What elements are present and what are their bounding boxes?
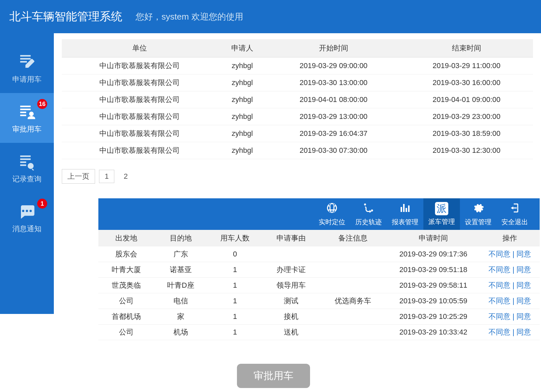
reject-link[interactable]: 不同意 [488,297,510,305]
cell: 优选商务车 [319,293,387,309]
cell: 2019-04-01 09:00:00 [400,91,533,108]
cell: 中山市歌慕服装有限公司 [62,142,218,159]
cell: 公司 [98,325,154,340]
sidebar-item-label: 记录查询 [12,174,42,184]
sidebar-item-1[interactable]: 审批用车16 [0,93,54,143]
cell: 1 [207,325,263,340]
welcome-text: 您好，system 欢迎您的使用 [136,11,243,23]
cell: 世茂奥临 [98,278,154,293]
app-title: 北斗车辆智能管理系统 [9,9,122,24]
sidebar-item-label: 审批用车 [12,124,42,134]
cell: 2019-03-29 11:00:00 [400,57,533,74]
gear-icon [472,202,484,218]
cell: 股东会 [98,246,154,262]
sidebar-item-label: 消息通知 [12,224,42,234]
cell: 2019-03-30 07:30:00 [267,142,400,159]
cell: 电信 [154,293,207,309]
cell: 2019-03-30 13:00:00 [267,74,400,91]
cell: 中山市歌慕服装有限公司 [62,108,218,125]
cell: 2019-03-29 10:25:29 [387,309,480,325]
toolbar-item-3[interactable]: 派派车管理 [423,198,460,230]
table-header: 用车人数 [207,230,263,246]
cell [319,246,387,262]
toolbar-item-label: 安全退出 [501,218,528,227]
list-search-icon [17,151,37,171]
cell: 诺基亚 [154,262,207,278]
approve-link[interactable]: 同意 [516,297,531,305]
action-cell: 不同意 | 同意 [480,278,540,293]
toolbar-item-1[interactable]: 历史轨迹 [350,198,387,230]
cell: 中山市歌慕服装有限公司 [62,125,218,142]
cell: 2019-03-29 10:05:59 [387,293,480,309]
cell: 2019-03-29 09:58:11 [387,278,480,293]
cell [263,246,319,262]
cell: zyhbgl [218,57,267,74]
reject-link[interactable]: 不同意 [488,281,510,289]
action-cell: 不同意 | 同意 [480,325,540,340]
action-cell: 不同意 | 同意 [480,262,540,278]
approve-link[interactable]: 同意 [516,265,531,274]
prev-page-button[interactable]: 上一页 [62,169,95,184]
toolbar-item-label: 设置管理 [465,218,491,227]
cell: 1 [207,262,263,278]
cell: 2019-03-29 16:04:37 [267,125,400,142]
list-user-icon [17,102,37,122]
table-row[interactable]: 中山市歌慕服装有限公司zyhbgl2019-04-01 08:00:002019… [62,91,533,108]
cell: 中山市歌慕服装有限公司 [62,91,218,108]
pai-icon: 派 [435,202,448,215]
page-2-button[interactable]: 2 [118,170,133,183]
cell: 接机 [263,309,319,325]
approve-link[interactable]: 同意 [516,250,531,258]
toolbar-item-label: 实时定位 [319,218,345,227]
reject-link[interactable]: 不同意 [488,265,510,274]
cell: 2019-03-29 23:00:00 [400,108,533,125]
approve-link[interactable]: 同意 [516,281,531,289]
table-row: 公司机场1送机2019-03-29 10:33:42不同意 | 同意 [98,325,540,340]
table-row: 股东会广东02019-03-29 09:17:36不同意 | 同意 [98,246,540,262]
cell: 2019-03-29 10:33:42 [387,325,480,340]
reject-link[interactable]: 不同意 [488,312,510,321]
reject-link[interactable]: 不同意 [488,328,510,336]
globe-icon [326,202,338,218]
cell: 1 [207,278,263,293]
cell: 领导用车 [263,278,319,293]
cell: 中山市歌慕服装有限公司 [62,74,218,91]
table-header: 单位 [62,39,218,57]
cell [319,325,387,340]
cell: zyhbgl [218,108,267,125]
separator: | [510,250,516,258]
table-header: 申请事由 [263,230,319,246]
cell: 机场 [154,325,207,340]
table-header: 操作 [480,230,540,246]
badge: 1 [37,199,47,209]
approve-link[interactable]: 同意 [516,312,531,321]
sidebar-item-2[interactable]: 记录查询 [0,143,54,193]
table-row[interactable]: 中山市歌慕服装有限公司zyhbgl2019-03-29 09:00:002019… [62,57,533,74]
toolbar-item-5[interactable]: 安全退出 [496,198,533,230]
cell: 叶青D座 [154,278,207,293]
table-row[interactable]: 中山市歌慕服装有限公司zyhbgl2019-03-29 13:00:002019… [62,108,533,125]
toolbar-item-0[interactable]: 实时定位 [314,198,350,230]
table-row[interactable]: 中山市歌慕服装有限公司zyhbgl2019-03-30 07:30:002019… [62,142,533,159]
toolbar-item-4[interactable]: 设置管理 [460,198,496,230]
approve-link[interactable]: 同意 [516,328,531,336]
toolbar: 实时定位历史轨迹报表管理派派车管理设置管理安全退出 [98,198,540,230]
toolbar-item-label: 派车管理 [428,217,455,226]
page-1-button[interactable]: 1 [99,170,114,183]
cell: 公司 [98,293,154,309]
cell: 2019-03-29 09:17:36 [387,246,480,262]
dispatch-panel: 实时定位历史轨迹报表管理派派车管理设置管理安全退出 出发地目的地用车人数申请事由… [98,198,540,341]
cell: 广东 [154,246,207,262]
cell: 送机 [263,325,319,340]
table-row: 世茂奥临叶青D座1领导用车2019-03-29 09:58:11不同意 | 同意 [98,278,540,293]
sidebar-item-0[interactable]: 申请用车 [0,43,54,93]
table-row[interactable]: 中山市歌慕服装有限公司zyhbgl2019-03-30 13:00:002019… [62,74,533,91]
toolbar-item-2[interactable]: 报表管理 [387,198,423,230]
reject-link[interactable]: 不同意 [488,250,510,258]
separator: | [510,281,516,289]
action-cell: 不同意 | 同意 [480,309,540,325]
table-row[interactable]: 中山市歌慕服装有限公司zyhbgl2019-03-29 16:04:372019… [62,125,533,142]
table-header: 开始时间 [267,39,400,57]
cell: zyhbgl [218,142,267,159]
sidebar-item-3[interactable]: 消息通知1 [0,193,54,243]
